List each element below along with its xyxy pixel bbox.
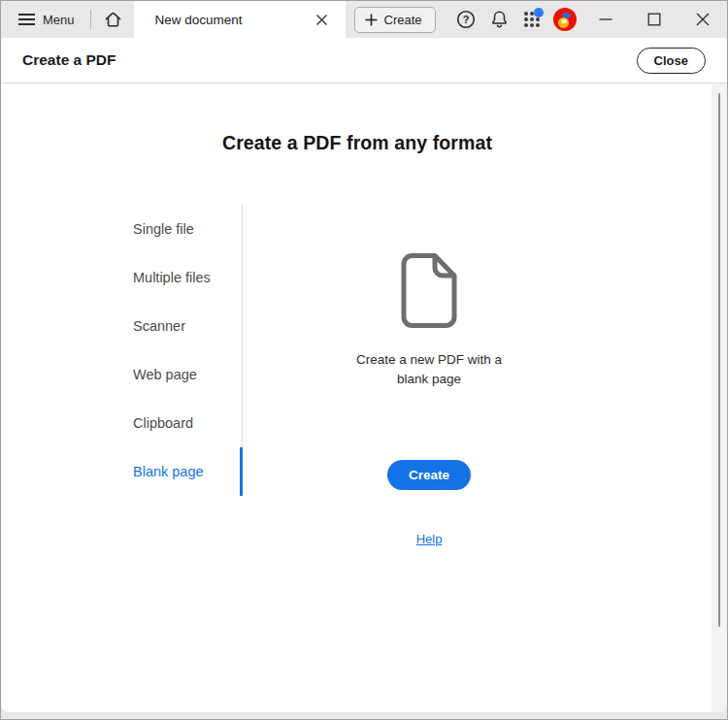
create-tab-button[interactable]: Create [354, 7, 436, 33]
content-panel: Create a PDF from any format Single file… [1, 83, 727, 712]
scrollbar-thumb[interactable] [718, 93, 720, 627]
format-nav: Single file Multiple files Scanner Web p… [133, 205, 234, 496]
blank-page-detail: Create a new PDF with a blank page Creat… [332, 83, 526, 712]
acrobat-logo [553, 8, 577, 31]
scrollbar-track[interactable] [711, 83, 727, 712]
create-tab-label: Create [384, 13, 422, 27]
menu-label: Menu [43, 13, 75, 27]
minimize-icon [599, 13, 612, 26]
help-menu-button[interactable]: ? [449, 5, 482, 34]
svg-text:?: ? [463, 14, 470, 25]
nav-item-clipboard[interactable]: Clipboard [133, 399, 234, 447]
maximize-icon [647, 13, 661, 26]
detail-caption: Create a new PDF with a blank page [347, 350, 512, 388]
help-link[interactable]: Help [416, 532, 443, 546]
acrobat-brand-button[interactable] [548, 5, 581, 34]
question-circle-icon: ? [455, 9, 477, 30]
nav-item-single-file[interactable]: Single file [133, 205, 234, 253]
nav-item-scanner[interactable]: Scanner [133, 302, 234, 350]
minimize-button[interactable] [581, 1, 630, 38]
create-pdf-button[interactable]: Create [387, 460, 471, 490]
page-title: Create a PDF [22, 51, 116, 69]
titlebar: Menu New document Create ? [1, 1, 727, 38]
window-close-button[interactable] [678, 1, 727, 38]
blank-document-icon [332, 251, 526, 331]
notification-badge [534, 8, 544, 17]
nav-selected-indicator [240, 447, 243, 496]
plus-icon [365, 14, 378, 26]
bell-icon [489, 9, 510, 30]
home-button[interactable] [97, 5, 130, 34]
tool-header: Create a PDF Close [1, 38, 727, 83]
hamburger-icon [18, 13, 35, 26]
titlebar-divider [90, 10, 91, 29]
close-tool-button[interactable]: Close [637, 48, 706, 74]
home-icon [103, 10, 123, 29]
app-grid-icon [523, 11, 541, 28]
notifications-button[interactable] [482, 5, 515, 34]
app-window: Menu New document Create ? [0, 0, 728, 720]
nav-item-web-page[interactable]: Web page [133, 350, 234, 399]
apps-button[interactable] [515, 5, 548, 34]
nav-item-multiple-files[interactable]: Multiple files [133, 253, 234, 302]
close-icon [696, 13, 710, 26]
tab-new-document[interactable]: New document [134, 1, 346, 38]
tab-close-button[interactable] [311, 8, 334, 31]
maximize-button[interactable] [630, 1, 678, 38]
tab-title: New document [155, 13, 311, 27]
close-icon [315, 14, 328, 26]
nav-item-blank-page[interactable]: Blank page [133, 447, 234, 496]
menu-button[interactable]: Menu [9, 5, 84, 34]
